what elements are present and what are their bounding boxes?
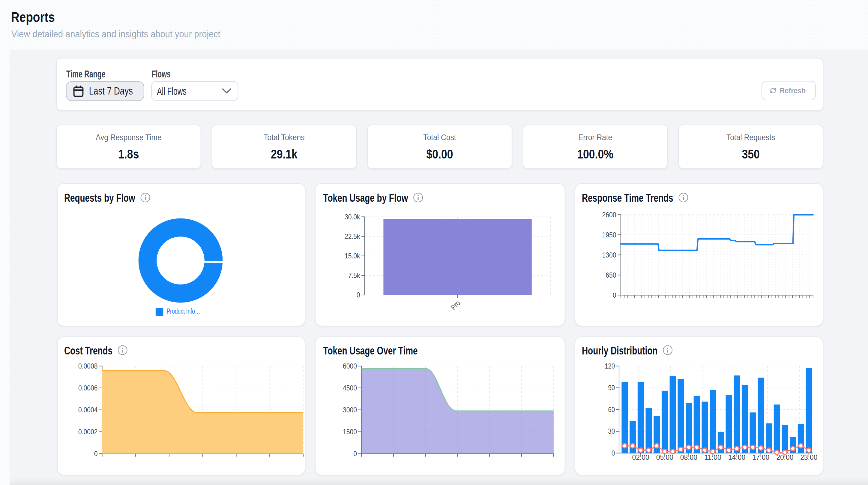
svg-text:Total Tokens: Total Tokens: [264, 133, 304, 142]
svg-text:30.0k: 30.0k: [345, 213, 361, 221]
svg-text:0.0002: 0.0002: [78, 428, 98, 436]
svg-text:Token Usage Over Time: Token Usage Over Time: [323, 345, 418, 357]
svg-text:05:00: 05:00: [656, 453, 673, 461]
svg-text:0: 0: [353, 450, 357, 458]
svg-text:17:00: 17:00: [752, 453, 769, 461]
svg-text:2600: 2600: [602, 211, 616, 219]
svg-text:7.5k: 7.5k: [348, 271, 361, 279]
svg-text:0.0004: 0.0004: [78, 406, 98, 414]
svg-text:0.0006: 0.0006: [78, 384, 98, 392]
svg-text:08:00: 08:00: [680, 453, 698, 461]
svg-text:Total Requests: Total Requests: [726, 133, 775, 142]
svg-text:Hourly Distribution: Hourly Distribution: [582, 345, 657, 357]
svg-text:Refresh: Refresh: [780, 86, 806, 95]
svg-text:23:00: 23:00: [800, 453, 817, 461]
svg-text:60: 60: [608, 405, 615, 413]
svg-text:4500: 4500: [343, 384, 357, 392]
svg-text:100.0%: 100.0%: [577, 147, 613, 161]
svg-text:Total Cost: Total Cost: [423, 133, 456, 142]
svg-text:3000: 3000: [343, 406, 357, 414]
svg-text:650: 650: [606, 271, 616, 279]
svg-text:Error Rate: Error Rate: [578, 133, 612, 142]
svg-text:02:00: 02:00: [632, 453, 649, 461]
svg-text:6000: 6000: [343, 362, 357, 370]
svg-text:29.1k: 29.1k: [271, 147, 298, 161]
svg-text:View detailed analytics and in: View detailed analytics and insights abo…: [11, 29, 220, 39]
svg-text:Cost Trends: Cost Trends: [64, 345, 113, 357]
svg-text:All Flows: All Flows: [157, 85, 186, 97]
svg-text:Response Time Trends: Response Time Trends: [582, 192, 673, 204]
svg-text:1300: 1300: [602, 251, 616, 259]
svg-text:Requests by Flow: Requests by Flow: [64, 192, 135, 204]
svg-text:1.8s: 1.8s: [118, 147, 139, 161]
svg-text:1950: 1950: [602, 231, 616, 239]
svg-text:0: 0: [613, 291, 616, 299]
svg-text:15.0k: 15.0k: [345, 252, 361, 260]
svg-text:90: 90: [608, 383, 615, 392]
svg-text:1500: 1500: [343, 428, 357, 436]
svg-text:22.5k: 22.5k: [345, 232, 361, 240]
svg-text:0: 0: [94, 450, 98, 458]
svg-text:Product Info…: Product Info…: [166, 307, 200, 315]
svg-text:20:00: 20:00: [776, 453, 793, 461]
svg-text:0.0008: 0.0008: [78, 362, 98, 370]
svg-text:0: 0: [356, 291, 360, 299]
svg-text:Flows: Flows: [152, 68, 170, 80]
svg-text:Last 7 Days: Last 7 Days: [89, 85, 133, 97]
svg-text:350: 350: [742, 147, 760, 161]
svg-text:Time Range: Time Range: [66, 68, 105, 80]
svg-text:120: 120: [604, 362, 615, 370]
svg-text:Avg Response Time: Avg Response Time: [96, 133, 162, 142]
svg-text:$0.00: $0.00: [426, 147, 453, 161]
svg-text:Reports: Reports: [11, 9, 55, 25]
svg-text:11:00: 11:00: [704, 453, 721, 461]
svg-text:0: 0: [612, 449, 615, 457]
svg-text:14:00: 14:00: [728, 453, 745, 461]
svg-text:Token Usage by Flow: Token Usage by Flow: [323, 192, 408, 204]
svg-text:30: 30: [608, 427, 615, 435]
